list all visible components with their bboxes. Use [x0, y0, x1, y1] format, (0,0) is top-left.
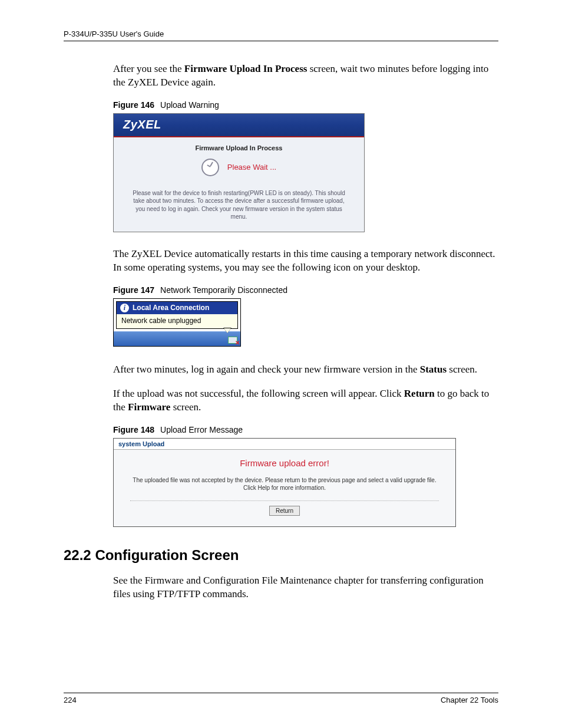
figure-147: i Local Area Connection Network cable un…: [113, 298, 241, 347]
return-button[interactable]: Return: [269, 506, 300, 516]
paragraph-config: See the Firmware and Configuration File …: [64, 574, 498, 601]
figure-148-caption: Figure 148Upload Error Message: [64, 425, 498, 434]
page-number: 224: [64, 696, 77, 704]
notification-balloon: i Local Area Connection Network cable un…: [116, 301, 238, 329]
upload-progress-message: Please wait for the device to finish res…: [129, 189, 349, 221]
page-header: P-334U/P-335U User's Guide: [64, 29, 498, 41]
clock-icon: [201, 159, 219, 176]
figure-146-caption: Figure 146Upload Warning: [64, 100, 498, 110]
upload-error-title: Firmware upload error!: [130, 458, 439, 468]
balloon-title: i Local Area Connection: [117, 302, 237, 314]
balloon-body: Network cable unplugged: [117, 314, 237, 328]
balloon-title-text: Local Area Connection: [133, 304, 209, 312]
system-upload-tab: system Upload: [114, 439, 455, 450]
upload-error-description: The uploaded file was not accepted by th…: [130, 476, 439, 492]
upload-progress-title: Firmware Upload In Process: [129, 144, 349, 151]
network-disconnected-icon: ✕: [228, 337, 239, 345]
taskbar-tray: ✕: [114, 331, 240, 346]
figure-146: ZyXEL Firmware Upload In Process Please …: [113, 113, 365, 232]
paragraph-status: After two minutes, log in again and chec…: [64, 363, 498, 377]
paragraph-restart: The ZyXEL Device automatically restarts …: [64, 248, 498, 275]
please-wait-text: Please Wait ...: [227, 163, 276, 172]
zyxel-logo: ZyXEL: [123, 118, 161, 131]
chapter-label: Chapter 22 Tools: [441, 696, 498, 704]
info-icon: i: [120, 304, 129, 312]
please-wait-row: Please Wait ...: [129, 159, 349, 176]
figure-146-titlebar: ZyXEL: [114, 114, 364, 137]
figure-147-caption: Figure 147Network Temporarily Disconnect…: [64, 285, 498, 295]
figure-146-body: Firmware Upload In Process Please Wait .…: [114, 137, 364, 232]
paragraph-return: If the upload was not successful, the fo…: [64, 387, 498, 414]
figure-148: system Upload Firmware upload error! The…: [113, 438, 456, 527]
page-footer: 224 Chapter 22 Tools: [64, 693, 498, 704]
figure-148-body: Firmware upload error! The uploaded file…: [114, 450, 455, 526]
section-heading: 22.2 Configuration Screen: [64, 547, 498, 564]
paragraph-intro: After you see the Firmware Upload In Pro…: [64, 62, 498, 90]
guide-title: P-334U/P-335U User's Guide: [64, 29, 164, 38]
